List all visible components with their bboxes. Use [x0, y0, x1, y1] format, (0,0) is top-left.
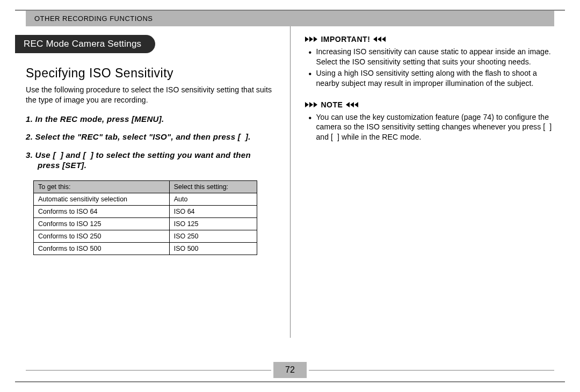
- table-cell: Conforms to ISO 500: [34, 242, 170, 255]
- topic-pill: REC Mode Camera Settings: [15, 35, 155, 53]
- intro-paragraph: Use the following procedure to select th…: [26, 85, 275, 105]
- table-cell: Conforms to ISO 125: [34, 217, 170, 230]
- list-item: You can use the key customization featur…: [316, 112, 554, 143]
- page-frame: OTHER RECORDING FUNCTIONS REC Mode Camer…: [15, 10, 565, 382]
- page-number: 72: [273, 362, 307, 378]
- table-cell: ISO 500: [169, 242, 257, 255]
- right-column: IMPORTANT! Increasing ISO sensitivity ca…: [305, 31, 554, 338]
- triangle-right-icon: [305, 37, 317, 42]
- footer-rule: [26, 370, 271, 371]
- section-header: OTHER RECORDING FUNCTIONS: [26, 11, 554, 26]
- table-cell: Conforms to ISO 250: [34, 230, 170, 242]
- table-cell: Auto: [169, 193, 257, 205]
- procedure-steps: In the REC mode, press [MENU]. Select th…: [26, 114, 275, 171]
- triangle-left-icon: [373, 37, 386, 42]
- table-cell: ISO 125: [169, 217, 257, 230]
- content-columns: REC Mode Camera Settings Specifying ISO …: [15, 26, 565, 338]
- section-header-text: OTHER RECORDING FUNCTIONS: [34, 14, 153, 23]
- topic-pill-label: REC Mode Camera Settings: [24, 39, 141, 49]
- iso-settings-table: To get this: Select this setting: Automa…: [33, 180, 257, 255]
- left-column: REC Mode Camera Settings Specifying ISO …: [26, 31, 275, 338]
- list-item: Using a high ISO sensitivity setting alo…: [316, 68, 554, 89]
- table-row: Conforms to ISO 64 ISO 64: [34, 205, 257, 217]
- list-item: Increasing ISO sensitivity can cause sta…: [316, 47, 554, 67]
- table-row: Conforms to ISO 500 ISO 500: [34, 242, 257, 255]
- step-item: Select the "REC" tab, select "ISO", and …: [26, 132, 275, 142]
- triangle-left-icon: [346, 102, 358, 107]
- page-title: Specifying ISO Sensitivity: [26, 66, 275, 81]
- important-label: IMPORTANT!: [321, 35, 370, 43]
- table-cell: Automatic sensitivity selection: [34, 193, 170, 205]
- note-list: You can use the key customization featur…: [305, 112, 554, 143]
- footer-rule: [309, 370, 554, 371]
- column-divider: [290, 26, 291, 338]
- step-item: In the REC mode, press [MENU].: [26, 114, 275, 125]
- triangle-right-icon: [305, 102, 317, 107]
- note-heading: NOTE: [305, 100, 554, 109]
- table-row: Conforms to ISO 125 ISO 125: [34, 217, 257, 230]
- table-row: Automatic sensitivity selection Auto: [34, 193, 257, 205]
- table-header-row: To get this: Select this setting:: [34, 180, 257, 193]
- table-header-cell: Select this setting:: [169, 180, 257, 193]
- table-header-cell: To get this:: [34, 180, 170, 193]
- table-cell: ISO 64: [169, 205, 257, 217]
- table-cell: Conforms to ISO 64: [34, 205, 170, 217]
- table-cell: ISO 250: [169, 230, 257, 242]
- important-heading: IMPORTANT!: [305, 35, 554, 43]
- note-label: NOTE: [321, 100, 343, 109]
- table-row: Conforms to ISO 250 ISO 250: [34, 230, 257, 242]
- important-list: Increasing ISO sensitivity can cause sta…: [305, 47, 554, 89]
- step-item: Use [ ] and [ ] to select the setting yo…: [26, 150, 275, 171]
